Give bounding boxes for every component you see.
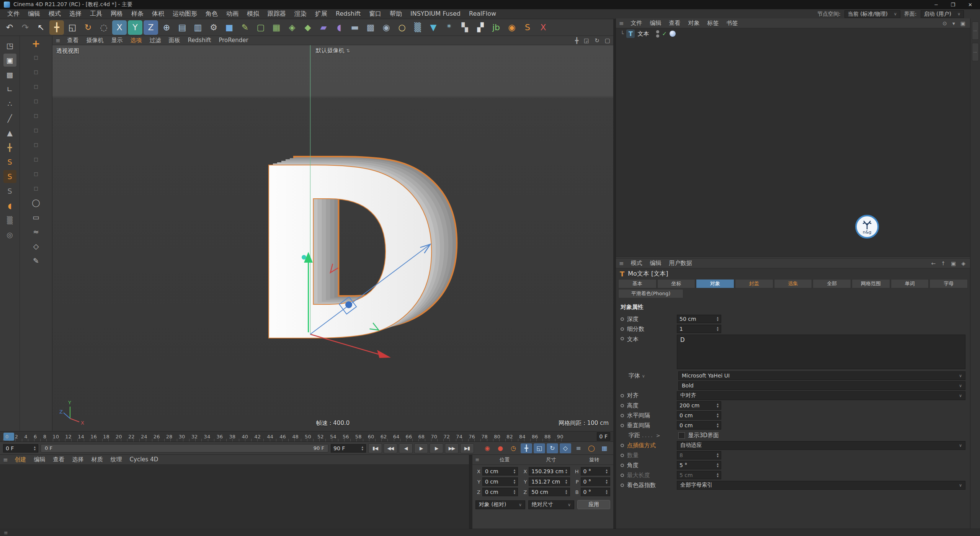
add-camera-icon[interactable]: ◉	[379, 20, 394, 35]
material-menu-item[interactable]: 选择	[69, 456, 88, 463]
am-back-icon[interactable]: ←	[931, 260, 936, 266]
size-field[interactable]: 50 cm ▴▾	[529, 488, 570, 496]
attribute-tab[interactable]: 选集	[774, 279, 812, 288]
anim-dot[interactable]	[621, 414, 624, 417]
menu-item[interactable]: 窗口	[365, 10, 385, 18]
spinner[interactable]: ▴▾	[361, 446, 363, 451]
enabled-check-icon[interactable]: ✓	[662, 30, 667, 37]
phong-tag-icon[interactable]	[670, 31, 676, 37]
letter-d-mesh[interactable]: D D D D D D D	[247, 109, 469, 394]
selection-rect-icon[interactable]: ▭	[29, 211, 42, 224]
viewport-canvas[interactable]: D D D D D D D	[52, 45, 613, 431]
attribute-tab[interactable]: 单词	[891, 279, 929, 288]
object-row-text[interactable]: └ T 文本 ✓	[616, 28, 970, 39]
axis-knob[interactable]	[345, 301, 352, 308]
lock-z-axis-icon[interactable]: Z	[144, 20, 158, 35]
add-light-icon[interactable]: ○	[395, 20, 409, 35]
menu-item[interactable]: 文件	[3, 10, 24, 18]
height-field[interactable]: 200 cm ▴▾	[677, 401, 721, 410]
lock-x-axis-icon[interactable]: X	[112, 20, 127, 35]
make-editable-icon[interactable]: ◳	[3, 39, 16, 52]
record-keyframe-button[interactable]: ◉	[482, 443, 493, 453]
menu-item[interactable]: 渲染	[290, 10, 311, 18]
add-field-icon[interactable]: ▰	[316, 20, 331, 35]
rotate-view-icon[interactable]: ↻	[595, 37, 599, 44]
autokey-record-button[interactable]: ●	[495, 443, 506, 453]
toggle-view-icon[interactable]: ▢	[605, 37, 610, 44]
intermediate-points-select[interactable]: 自动适应∨	[677, 441, 965, 450]
coord-mode-select[interactable]: 对象 (相对)∨	[475, 500, 525, 509]
om-search-icon[interactable]: ⊙	[942, 20, 947, 26]
dock-tab[interactable]: ···	[972, 43, 979, 61]
font-family-select[interactable]: Microsoft YaHei UI∨	[678, 371, 965, 380]
am-up-icon[interactable]: ↑	[941, 260, 946, 266]
spinner[interactable]: ▴▾	[34, 446, 36, 451]
current-frame-box[interactable]: 0 F	[597, 432, 610, 441]
viewport-menu-item[interactable]: 选项	[127, 37, 146, 44]
hamburger-icon[interactable]: ≡	[619, 260, 627, 267]
anim-dot[interactable]	[621, 404, 624, 407]
lock-y-axis-icon[interactable]: Y	[128, 20, 142, 35]
object-name[interactable]: 文本	[637, 30, 649, 38]
add-subdivision-surface-icon[interactable]: ▢	[253, 20, 268, 35]
viewport-menu-item[interactable]: 查看	[64, 37, 83, 44]
pan-view-icon[interactable]: ╋	[575, 37, 578, 44]
object-manager-menu-item[interactable]: 文件	[627, 20, 646, 27]
tab-phong[interactable]: 平滑着色(Phong)	[618, 289, 683, 298]
attribute-menu-item[interactable]: 模式	[627, 260, 646, 267]
rotation-field[interactable]: 0 ° ▴▾	[581, 488, 610, 496]
hamburger-icon[interactable]: ≡	[472, 457, 482, 462]
attribute-menu-item[interactable]: 用户数据	[665, 260, 696, 267]
selection-lasso-icon[interactable]: ≈	[29, 225, 42, 238]
add-physical-sky-icon[interactable]: ▼	[426, 20, 441, 35]
attribute-tab[interactable]: 坐标	[657, 279, 696, 288]
selection-brush-icon[interactable]: ✎	[29, 254, 42, 267]
add-spline-pen-icon[interactable]: ✎	[238, 20, 252, 35]
object-center-dot[interactable]	[302, 255, 306, 260]
attribute-tab[interactable]: 全部	[813, 279, 851, 288]
menu-item[interactable]: 跟踪器	[263, 10, 290, 18]
menu-item[interactable]: 运动图形	[168, 10, 201, 18]
render-settings-icon[interactable]: ⚙	[206, 20, 221, 35]
object-manager-menu-item[interactable]: 标签	[704, 20, 723, 27]
autokey-clock-button[interactable]: ◷	[508, 443, 519, 453]
material-menu-item[interactable]: 纹理	[107, 456, 126, 463]
add-volume-icon[interactable]: ◆	[301, 20, 315, 35]
viewport-menu-item[interactable]: 过滤	[146, 37, 165, 44]
depth-field[interactable]: 50 cm ▴▾	[677, 315, 721, 323]
last-tool-icon[interactable]: ◌	[96, 20, 111, 35]
next-frame-button[interactable]: ▶	[430, 443, 443, 453]
size-mode-select[interactable]: 绝对尺寸∨	[528, 500, 574, 509]
previous-key-button[interactable]: ◀◀	[384, 443, 397, 453]
viewport-menu-item[interactable]: ProRender	[215, 37, 252, 44]
workplane-mode-icon[interactable]: ∟	[3, 83, 16, 96]
object-manager-menu-item[interactable]: 书签	[723, 20, 742, 27]
material-menu-item[interactable]: 查看	[49, 456, 69, 463]
om-layers-icon[interactable]: ▣	[960, 20, 965, 26]
plugin-jb-icon[interactable]: jb	[489, 20, 503, 35]
size-field[interactable]: 151.27 cm ▴▾	[529, 477, 570, 486]
rotation-field[interactable]: 0 ° ▴▾	[581, 467, 610, 476]
menu-item[interactable]: 体积	[148, 10, 168, 18]
position-field[interactable]: 0 cm ▴▾	[482, 467, 518, 476]
polygons-mode-icon[interactable]: ▲	[3, 126, 16, 139]
hamburger-icon[interactable]: ≡	[4, 530, 8, 536]
key-parameter-toggle[interactable]: ◇	[560, 443, 571, 453]
menu-item[interactable]: Redshift	[332, 10, 365, 18]
object-manager-menu-item[interactable]: 对象	[684, 20, 704, 27]
visibility-dots[interactable]	[656, 30, 659, 38]
key-pla-toggle[interactable]: ≡	[573, 443, 584, 453]
move-tool-icon[interactable]: ╋	[49, 20, 64, 35]
shader-index-select[interactable]: 全部字母索引∨	[677, 481, 965, 490]
hamburger-icon[interactable]: ≡	[619, 20, 627, 27]
frame-range-slider[interactable]: 0 F90 F	[41, 444, 328, 453]
attribute-tab[interactable]: 网格范围	[852, 279, 890, 288]
close-button[interactable]: ✕	[968, 2, 972, 8]
zoom-view-icon[interactable]: ◲	[584, 37, 589, 44]
show-3d-gui-checkbox[interactable]	[678, 432, 685, 439]
render-picture-viewer-icon[interactable]: ▥	[191, 20, 205, 35]
menu-item[interactable]: INSYDIUM Fused	[406, 10, 465, 18]
quantize-icon[interactable]: S	[3, 170, 16, 183]
viewport-solo-icon[interactable]: ◎	[3, 228, 16, 241]
viewport-menu-item[interactable]: 面板	[165, 37, 184, 44]
